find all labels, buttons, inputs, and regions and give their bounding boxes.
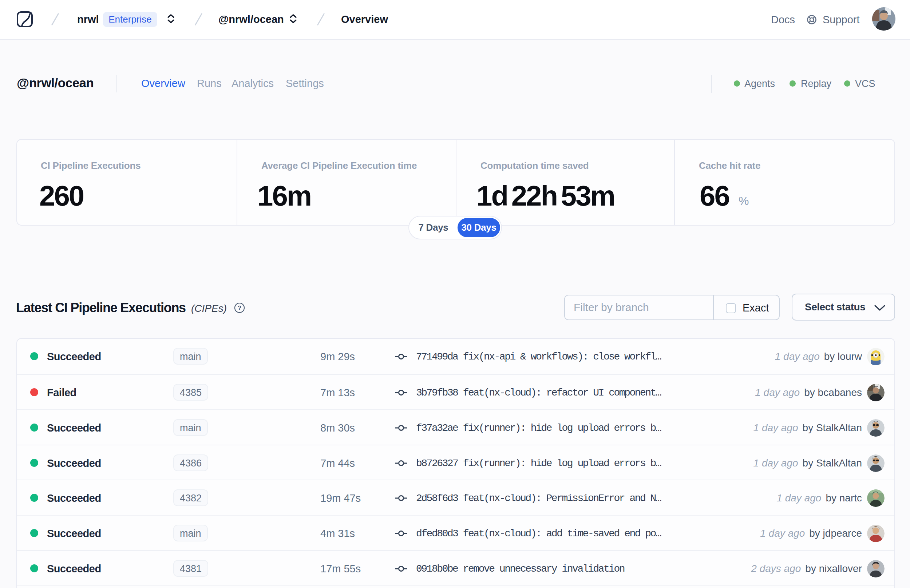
- svg-text:?: ?: [238, 305, 241, 312]
